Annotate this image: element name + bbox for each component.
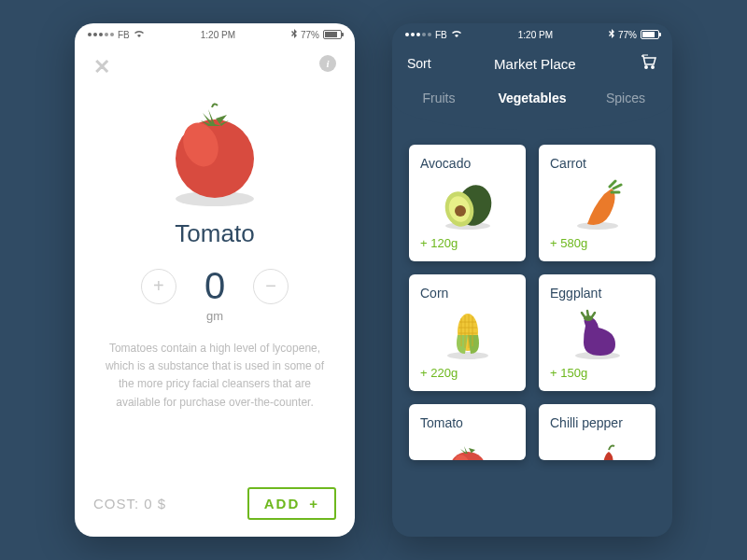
product-description: Tomatoes contain a high level of lycopen…	[75, 323, 355, 428]
card-eggplant[interactable]: Eggplant + 150g	[539, 274, 655, 391]
avocado-icon	[420, 176, 514, 232]
tomato-icon	[420, 436, 514, 460]
add-button[interactable]: ADD+	[247, 487, 336, 520]
cost-label: COST: 0 $	[93, 496, 166, 511]
info-button[interactable]: i	[319, 55, 336, 72]
svg-point-3	[645, 66, 647, 68]
category-tabs: Fruits Vegetables Spices	[392, 81, 672, 119]
page-title: Market Place	[494, 56, 576, 72]
svg-point-22	[449, 452, 486, 460]
quantity-unit: gm	[75, 309, 355, 323]
carrier-label: FB	[435, 30, 447, 40]
quantity-value: 0	[204, 265, 225, 307]
plus-icon: +	[309, 496, 319, 511]
bluetooth-icon	[291, 29, 297, 40]
cart-button[interactable]	[639, 53, 657, 74]
clock: 1:20 PM	[518, 30, 553, 40]
bluetooth-icon	[609, 29, 614, 40]
product-image	[75, 98, 355, 210]
battery-pct: 77%	[301, 30, 319, 40]
detail-screen: FB 1:20 PM 77% ✕ i Tomato + 0 −	[75, 23, 355, 537]
battery-pct: 77%	[618, 30, 637, 40]
product-grid: Avocado + 120g Carrot + 580g Corn + 220g…	[392, 119, 672, 477]
svg-point-9	[455, 205, 466, 217]
tab-vegetables[interactable]: Vegetables	[486, 81, 579, 119]
card-tomato[interactable]: Tomato	[409, 404, 526, 460]
card-corn[interactable]: Corn + 220g	[409, 274, 526, 391]
product-name: Tomato	[75, 219, 355, 248]
svg-point-4	[652, 66, 654, 68]
decrement-button[interactable]: −	[253, 269, 289, 304]
battery-icon	[641, 30, 659, 39]
svg-point-21	[584, 315, 593, 321]
chilli-icon	[550, 436, 644, 460]
clock: 1:20 PM	[201, 30, 235, 40]
battery-icon	[323, 30, 342, 39]
status-bar: FB 1:20 PM 77%	[392, 23, 672, 46]
tab-spices[interactable]: Spices	[579, 81, 672, 119]
svg-point-11	[447, 352, 488, 359]
carrier-label: FB	[118, 30, 130, 40]
close-button[interactable]: ✕	[93, 55, 110, 79]
carrot-icon	[550, 176, 644, 232]
market-screen: FB 1:20 PM 77% Sort Market Place Fruits …	[392, 23, 672, 537]
corn-icon	[420, 306, 514, 362]
increment-button[interactable]: +	[141, 269, 176, 304]
card-chilli[interactable]: Chilli pepper	[539, 404, 655, 460]
tab-fruits[interactable]: Fruits	[392, 81, 486, 119]
card-avocado[interactable]: Avocado + 120g	[409, 145, 526, 261]
wifi-icon	[134, 30, 145, 40]
wifi-icon	[451, 30, 462, 40]
card-carrot[interactable]: Carrot + 580g	[539, 145, 655, 261]
eggplant-icon	[550, 306, 644, 362]
sort-button[interactable]: Sort	[407, 56, 431, 71]
status-bar: FB 1:20 PM 77%	[75, 23, 355, 46]
